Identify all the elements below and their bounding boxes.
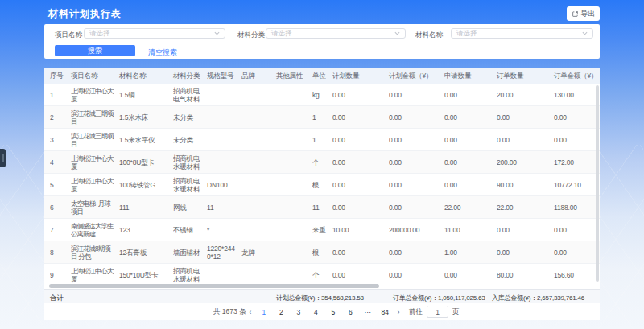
column-header-3: 材料分类: [173, 72, 207, 80]
column-header-12: 订单金额（¥）: [554, 72, 600, 80]
table-header-row: 序号项目名称材料名称材料分类规格型号品牌其他属性单位计划数量计划金额（¥）申请数…: [44, 68, 600, 84]
vertical-scrollbar[interactable]: [596, 85, 599, 282]
page-button-4[interactable]: 4: [308, 308, 325, 316]
page-button-2[interactable]: 2: [273, 308, 291, 316]
table-cell: 150*10U型卡: [119, 271, 173, 279]
page-button-6[interactable]: 6: [342, 308, 360, 316]
table-cell: 0.00: [332, 136, 389, 144]
filter-placeholder-2: 请选择: [456, 29, 477, 39]
order-total: 订单总金额(¥)：1,050,117,025.63: [393, 294, 485, 302]
filter-label-0: 项目名称: [55, 31, 82, 40]
table-row: 5上海松江中心大厦100铸铁管G招商机电 水暖材料DN100根0.000.000…: [44, 174, 600, 196]
table-cell: 0.00: [332, 204, 389, 212]
table-cell: 龙牌: [242, 249, 276, 257]
table-cell: 个: [312, 158, 332, 167]
table-cell: 0.00: [389, 113, 444, 121]
table-cell: 22.00: [497, 204, 554, 212]
prev-page-button[interactable]: ‹: [246, 308, 255, 316]
inbound-total-value: 2,657,339,761.46: [537, 294, 584, 302]
table-cell: 0.00: [554, 226, 600, 234]
table-cell: 米重: [312, 226, 332, 234]
filter-label-1: 材料分类: [237, 31, 265, 40]
table-cell: 1.5米木床: [119, 113, 173, 121]
table-cell: 20.00: [497, 91, 554, 99]
filter-select-0[interactable]: 请选择: [84, 28, 225, 39]
table-cell: 招商机电 水暖材料: [173, 267, 207, 283]
table-cell: 0.00: [332, 113, 389, 121]
table-cell: 10.00: [332, 226, 389, 234]
table-cell: 太空电梯--月球项目: [71, 199, 119, 216]
table-cell: 11: [207, 204, 242, 212]
inbound-total: 入库总金额(¥)：2,657,339,761.46: [492, 294, 584, 302]
table-cell: kg: [312, 91, 332, 99]
table-cell: 1220*2440*12: [207, 245, 242, 261]
table-cell: 上海松江中心大厦: [71, 177, 119, 193]
plan-total-label: 计划总金额(¥)：: [276, 294, 321, 302]
page-button-84[interactable]: 84: [377, 308, 394, 316]
goto-page-input[interactable]: 1: [427, 306, 448, 318]
plan-total-value: 354,568,213.58: [321, 294, 364, 302]
horizontal-scrollbar[interactable]: [49, 284, 379, 288]
table-cell: 11: [312, 204, 332, 212]
table-cell: 22.00: [444, 204, 497, 212]
page-button-···[interactable]: ···: [359, 308, 377, 316]
table-cell: 招商机电 水暖材料: [173, 154, 207, 171]
table-panel: 序号项目名称材料名称材料分类规格型号品牌其他属性单位计划数量计划金额（¥）申请数…: [44, 68, 600, 320]
search-button[interactable]: 搜索: [55, 45, 135, 56]
table-row: 1上海松江中心大厦1.5铜招商机电 电气材料kg0.000.000.0020.0…: [44, 84, 600, 106]
page-button-1[interactable]: 1: [255, 308, 273, 316]
page-button-3[interactable]: 3: [290, 308, 308, 316]
table-cell: 上海松江中心大厦: [71, 87, 119, 103]
table-cell: 0.00: [389, 136, 444, 144]
table-cell: *: [207, 226, 242, 234]
table-cell: 0.00: [444, 158, 497, 167]
table-cell: 0.00: [389, 91, 444, 99]
table-cell: 1.5米水平仪: [119, 136, 173, 144]
filter-placeholder-1: 请选择: [271, 29, 292, 39]
table-cell: 滨江花城8期项目-分包: [71, 245, 119, 261]
export-label: 导出: [581, 9, 596, 19]
table-cell: 5: [50, 181, 71, 189]
table-cell: 0.00: [554, 249, 600, 257]
column-header-2: 材料名称: [119, 72, 173, 80]
table-cell: 0.00: [332, 158, 389, 167]
table-cell: 1.00: [444, 249, 497, 257]
table-cell: 90.00: [497, 181, 554, 189]
column-header-5: 品牌: [242, 72, 276, 80]
column-header-8: 计划数量: [332, 72, 389, 80]
table-cell: 未分类: [173, 113, 207, 121]
table-cell: 网线: [173, 204, 207, 212]
table-row: 2滨江花城三期项目1.5米木床未分类10.000.000.000.000.00: [44, 106, 600, 129]
table-cell: 0.00: [444, 271, 497, 279]
table-cell: 滨江花城三期项目: [71, 132, 119, 148]
table-row: 9上海松江中心大厦150*10U型卡招商机电 水暖材料个0.000.000.00…: [44, 264, 600, 283]
table-cell: 上海松江中心大厦: [71, 267, 119, 283]
collapsed-drawer-handle[interactable]: [0, 149, 6, 167]
next-page-button[interactable]: ›: [394, 308, 403, 316]
table-cell: 根: [312, 181, 332, 189]
export-icon: [572, 10, 579, 18]
table-cell: DN100: [207, 181, 242, 189]
table-row: 4上海松江中心大厦100*8U型卡招商机电 水暖材料个0.000.000.002…: [44, 151, 600, 174]
table-row: 8滨江花城8期项目-分包12石膏板墙面辅材1220*2440*12龙牌根0.00…: [44, 241, 600, 264]
order-total-value: 1,050,117,025.63: [438, 294, 485, 302]
table-cell: 10772.10: [554, 181, 600, 189]
column-header-10: 申请数量: [444, 72, 497, 80]
filter-select-1[interactable]: 请选择: [266, 28, 406, 39]
table-cell: 根: [312, 249, 332, 257]
totals-row: 合计 计划总金额(¥)：354,568,213.58 订单总金额(¥)：1,05…: [44, 289, 600, 303]
table-cell: 0.00: [332, 181, 389, 189]
page-button-5[interactable]: 5: [324, 308, 342, 316]
table-cell: 墙面辅材: [173, 249, 207, 257]
clear-search-link[interactable]: 清空搜索: [148, 47, 177, 58]
table-cell: 200000.00: [389, 226, 444, 234]
table-cell: 0.00: [332, 249, 389, 257]
filter-select-2[interactable]: 请选择: [451, 28, 593, 39]
table-cell: 上海松江中心大厦: [71, 154, 119, 171]
table-cell: 6: [50, 204, 71, 212]
plan-total: 计划总金额(¥)：354,568,213.58: [276, 294, 364, 302]
table-cell: 不锈钢: [173, 226, 207, 234]
export-button[interactable]: 导出: [567, 6, 600, 21]
table-cell: 0.00: [444, 113, 497, 121]
goto-unit: 页: [452, 307, 460, 317]
